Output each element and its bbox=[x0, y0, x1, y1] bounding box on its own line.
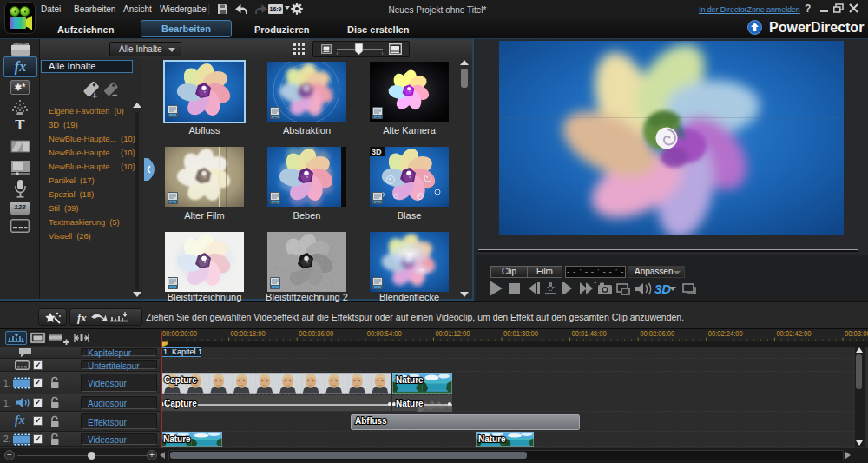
svg-text:00:00:00:00: 00:00:00:00 bbox=[162, 329, 197, 338]
svg-text:00:00:54:00: 00:00:54:00 bbox=[367, 329, 402, 338]
svg-text:−: − bbox=[112, 89, 117, 100]
svg-text:00:01:48:00: 00:01:48:00 bbox=[572, 329, 607, 338]
svg-text:00:00:18:00: 00:00:18:00 bbox=[231, 329, 266, 338]
svg-text:3D: 3D bbox=[372, 148, 382, 156]
svg-text:00:01:12:00: 00:01:12:00 bbox=[435, 329, 470, 338]
svg-text:3D: 3D bbox=[654, 281, 671, 296]
svg-text:fx: fx bbox=[77, 311, 87, 324]
svg-text:+: + bbox=[92, 90, 97, 101]
svg-text:00:03:00:0: 00:03:00:0 bbox=[845, 329, 868, 338]
svg-text:00:02:24:00: 00:02:24:00 bbox=[708, 329, 743, 338]
svg-text:00:00:36:00: 00:00:36:00 bbox=[299, 329, 333, 338]
svg-text:00:01:30:00: 00:01:30:00 bbox=[503, 329, 538, 338]
svg-text:00:02:06:00: 00:02:06:00 bbox=[640, 329, 674, 338]
svg-text:00:02:42:00: 00:02:42:00 bbox=[776, 329, 811, 338]
